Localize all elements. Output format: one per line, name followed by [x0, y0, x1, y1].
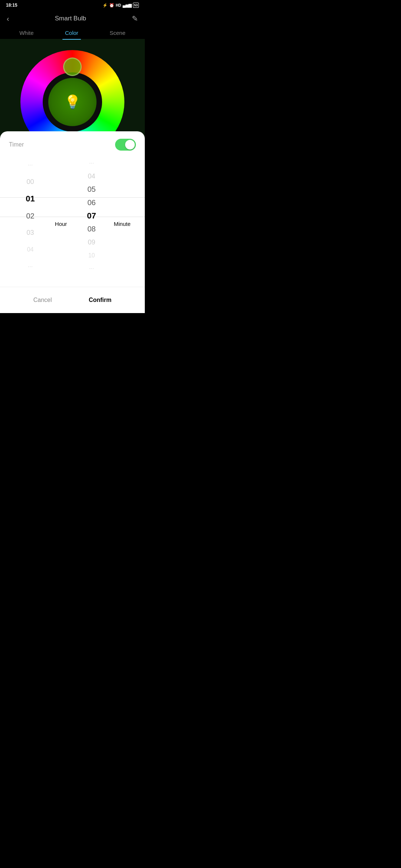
picker-item: ··· — [19, 157, 42, 174]
timer-header: Timer — [0, 131, 145, 157]
alarm-icon: ⏰ — [109, 3, 114, 8]
page-title: Smart Bulb — [55, 15, 86, 22]
toggle-thumb — [125, 140, 135, 149]
picker-container: ··· 00 01 02 03 04 ··· Hour ··· 04 05 06… — [0, 157, 145, 275]
picker-item: ··· — [19, 258, 42, 275]
signal-icon: ▄▅▆ — [123, 3, 131, 8]
timer-toggle[interactable] — [115, 139, 136, 151]
tab-white[interactable]: White — [12, 27, 41, 39]
bluetooth-icon: ⚡ — [102, 3, 108, 8]
picker-item: 08 — [81, 223, 103, 236]
cancel-button[interactable]: Cancel — [22, 293, 63, 307]
picker-item: 09 — [81, 236, 103, 249]
tab-scene[interactable]: Scene — [102, 27, 133, 39]
edit-button[interactable]: ✎ — [132, 14, 138, 23]
picker-item: 06 — [81, 196, 103, 210]
top-navigation: ‹ Smart Bulb ✎ — [0, 10, 145, 27]
picker-item: 00 — [19, 174, 42, 191]
bottom-sheet: Timer ··· 00 01 02 03 04 ··· Hour ··· 04… — [0, 131, 145, 313]
confirm-button[interactable]: Confirm — [78, 293, 123, 307]
minute-label: Minute — [114, 221, 131, 227]
picker-item: 03 — [19, 224, 42, 241]
hour-picker-column[interactable]: ··· 00 01 02 03 04 ··· — [11, 157, 49, 275]
picker-item: 05 — [81, 183, 103, 196]
picker-item-selected: 01 — [19, 190, 42, 207]
back-button[interactable]: ‹ — [7, 14, 9, 23]
picker-item: 04 — [81, 170, 103, 183]
picker-item-selected: 07 — [81, 209, 103, 223]
status-icons: ⚡ ⏰ HD ▄▅▆ 53 — [102, 3, 139, 8]
picker-item: 02 — [19, 207, 42, 224]
bottom-actions: Cancel Confirm — [0, 287, 145, 313]
picker-item: ··· — [81, 262, 103, 276]
bulb-icon: 💡 — [64, 94, 81, 110]
color-selector-handle[interactable] — [63, 57, 82, 76]
hd-icon: HD — [116, 3, 121, 7]
minute-picker-column[interactable]: ··· 04 05 06 07 08 09 10 ··· — [72, 157, 111, 275]
timer-label: Timer — [9, 141, 24, 148]
minute-label-col: Minute — [111, 157, 134, 275]
tab-color[interactable]: Color — [58, 27, 86, 39]
status-time: 18:15 — [6, 3, 17, 8]
picker-item: 10 — [81, 249, 103, 262]
battery-icon: 53 — [133, 3, 139, 8]
picker-item: 04 — [19, 241, 42, 259]
status-bar: 18:15 ⚡ ⏰ HD ▄▅▆ 53 — [0, 0, 145, 10]
color-center-circle[interactable]: 💡 — [48, 78, 97, 126]
picker-item: ··· — [81, 157, 103, 170]
hour-label: Hour — [55, 221, 67, 227]
tab-bar: White Color Scene — [0, 27, 145, 39]
hour-label-col: Hour — [49, 157, 72, 275]
